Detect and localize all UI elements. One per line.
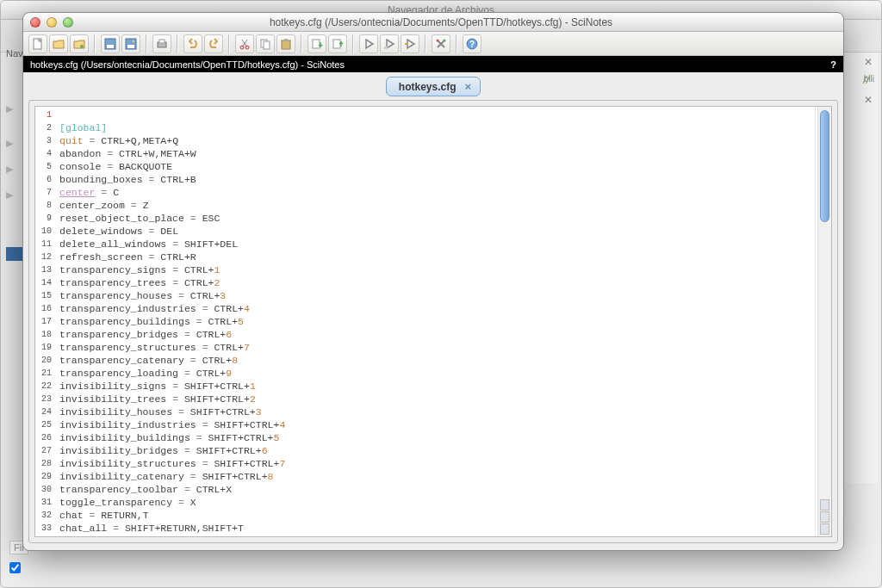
undo-button[interactable] (183, 34, 202, 53)
bg-pin-icon: ✕ (864, 94, 873, 106)
svg-rect-16 (384, 46, 388, 49)
minimize-window-button[interactable] (47, 17, 57, 28)
scrollbar-arrow-up-icon[interactable] (820, 511, 829, 523)
zoom-window-button[interactable] (63, 17, 73, 28)
svg-rect-15 (333, 40, 340, 48)
bg-nav-label: Nav (6, 48, 23, 59)
svg-rect-5 (127, 45, 134, 48)
dock-title-bar[interactable]: hotkeys.cfg (/Users/ontecnia/Documents/O… (23, 56, 843, 72)
code-area[interactable]: [global] quit = CTRL+Q,META+Q abandon = … (56, 107, 817, 536)
titlebar[interactable]: hotkeys.cfg (/Users/ontecnia/Documents/O… (23, 13, 843, 32)
tab-row: hotkeys.cfg × (23, 72, 843, 96)
svg-point-18 (444, 39, 446, 41)
toolbar: ? (23, 32, 843, 56)
run-step-button[interactable] (401, 34, 419, 53)
svg-text:?: ? (469, 40, 475, 49)
run-button[interactable] (359, 34, 378, 53)
print-button[interactable] (152, 34, 171, 53)
bg-checkbox[interactable] (9, 562, 21, 573)
bg-bottom-panel: Fil (6, 548, 876, 582)
svg-point-1 (80, 45, 84, 48)
editor-frame: 1234567891011121314151617181920212223242… (28, 100, 838, 543)
svg-rect-14 (313, 40, 320, 48)
close-tab-icon[interactable]: × (465, 80, 472, 93)
cut-button[interactable] (235, 34, 254, 53)
window-title: hotkeys.cfg (/Users/ontecnia/Documents/O… (73, 16, 809, 28)
close-window-button[interactable] (30, 17, 40, 28)
open-folder-button[interactable] (70, 34, 89, 53)
scrollbar-thumb[interactable] (820, 110, 829, 222)
line-number-gutter: 1234567891011121314151617181920212223242… (35, 107, 56, 536)
triangle-icon: ▶ (6, 189, 13, 201)
vertical-ruler (815, 107, 816, 536)
bg-label: bili (864, 74, 874, 84)
scrollbar-arrow-down-icon[interactable] (820, 523, 829, 535)
dock-help-icon[interactable]: ? (830, 59, 836, 70)
triangle-icon: ▶ (6, 138, 13, 149)
svg-rect-7 (159, 40, 165, 43)
text-editor[interactable]: 1234567891011121314151617181920212223242… (34, 106, 832, 537)
bg-pin-icon: ✕ (864, 56, 873, 68)
save-button[interactable] (101, 34, 120, 53)
scrollbar-arrow-up-icon[interactable] (820, 499, 829, 511)
svg-point-17 (437, 39, 439, 41)
save-as-button[interactable] (121, 34, 140, 53)
bg-right-panel: // (843, 53, 878, 483)
svg-rect-12 (282, 40, 290, 49)
redo-button[interactable] (204, 34, 223, 53)
vertical-scrollbar[interactable] (817, 107, 831, 536)
dock-title: hotkeys.cfg (/Users/ontecnia/Documents/O… (30, 59, 345, 70)
paste-button[interactable] (276, 34, 295, 53)
triangle-icon: ▶ (6, 103, 13, 115)
copy-button[interactable] (256, 34, 275, 53)
tab-label: hotkeys.cfg (399, 81, 457, 93)
svg-rect-13 (284, 39, 288, 41)
help-button[interactable]: ? (463, 34, 481, 53)
triangle-icon: ▶ (6, 164, 13, 175)
find-down-button[interactable] (307, 34, 326, 53)
new-file-button[interactable] (28, 34, 47, 53)
file-tab[interactable]: hotkeys.cfg × (386, 77, 481, 96)
svg-rect-3 (107, 45, 114, 48)
scinotes-window: hotkeys.cfg (/Users/ontecnia/Documents/O… (22, 12, 844, 551)
traffic-lights (30, 17, 73, 28)
open-file-button[interactable] (49, 34, 68, 53)
run-into-button[interactable] (380, 34, 399, 53)
svg-rect-11 (264, 41, 270, 49)
find-up-button[interactable] (328, 34, 347, 53)
preferences-button[interactable] (432, 34, 450, 53)
